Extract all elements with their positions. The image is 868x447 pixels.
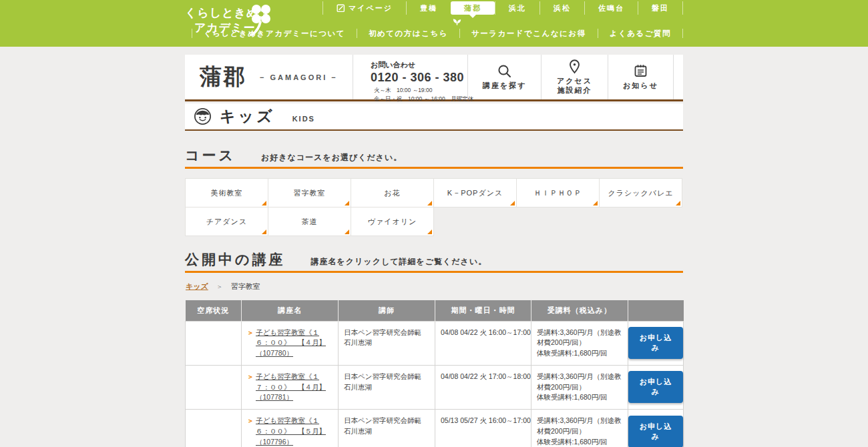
nav-tab-gamagori[interactable]: 蒲郡	[451, 1, 495, 15]
fee-cell: 受講料:3,360円/月（別途教材費200円/回）体験受講料:1,680円/回	[531, 321, 628, 365]
location-header-band: 蒲郡 − GAMAGORI − お問い合わせ 0120 - 306 - 380 …	[185, 55, 683, 101]
contact-block: お問い合わせ 0120 - 306 - 380 火～木 10:00 ～19:00…	[353, 55, 467, 99]
vacancy-cell	[186, 321, 242, 365]
search-icon	[497, 63, 512, 79]
breadcrumb-link-kids[interactable]: キッズ	[186, 282, 208, 292]
nav-link-faq[interactable]: よくあるご質問	[598, 29, 683, 38]
schedule-cell: 04/08 04/22 火 17:00～18:00	[435, 365, 531, 409]
course-button-classic-ballet[interactable]: クラシックバレエ	[599, 178, 682, 207]
course-button-hiphop[interactable]: ＨＩＰＨＯＰ	[516, 178, 600, 207]
access-button[interactable]: アクセス 施設紹介	[541, 55, 608, 99]
nav-link-sala-card[interactable]: サーラカードでこんなにお得	[459, 29, 598, 38]
hours-line2: 金～日・祝 10:00 ～ 16:00 月曜定休	[374, 95, 467, 103]
sub-nav: くらしときめきアカデミーについて 初めての方はこちら サーラカードでこんなにお得…	[192, 26, 683, 41]
access-label: アクセス 施設紹介	[557, 77, 592, 95]
course-button-sado[interactable]: 茶道	[268, 207, 351, 236]
course-button-violin[interactable]: ヴァイオリン	[351, 207, 434, 236]
chevron-right-icon: ＞	[247, 416, 254, 426]
nav-tab-hamamatsu[interactable]: 浜松	[539, 1, 584, 15]
table-row: ＞子ども習字教室《１７：００》 【４月】（107781） 日本ペン習字研究会師範…	[186, 365, 684, 409]
news-icon	[633, 63, 648, 79]
location-romaji: − GAMAGORI −	[260, 73, 338, 81]
course-button-art[interactable]: 美術教室	[185, 178, 268, 207]
nav-link-about[interactable]: くらしときめきアカデミーについて	[192, 29, 357, 38]
fee-cell: 受講料:3,360円/月（別途教材費200円/回）体験受講料:1,680円/回	[531, 365, 628, 409]
course-table: 空席状況 講座名 講師 期間・曜日・時間 受講料（税込み） ＞子ども習字教室《１…	[185, 300, 684, 447]
teacher-cell: 日本ペン習字研究会師範 石川恵湖	[339, 365, 435, 409]
nav-tab-label: マイページ	[349, 1, 393, 15]
course-name-text: 子ども習字教室《１６：００》 【５月】（107796）	[256, 416, 326, 446]
course-section-title: コース	[185, 146, 236, 165]
search-course-button[interactable]: 講座を探す	[467, 55, 541, 99]
breadcrumb: キッズ ＞ 習字教室	[186, 282, 260, 292]
phone-number: 0120 - 306 - 380	[371, 71, 467, 85]
open-courses-title: 公開中の講座	[185, 250, 286, 269]
breadcrumb-current: 習字教室	[231, 282, 260, 292]
location-title-block: 蒲郡 − GAMAGORI −	[185, 55, 353, 99]
fee-cell: 受講料:3,360円/月（別途教材費200円/回）体験受講料:1,680円/回	[531, 410, 628, 447]
nav-tab-sanarudai[interactable]: 佐鳴台	[584, 1, 638, 15]
access-label-line2: 施設紹介	[557, 86, 592, 95]
open-courses-section-header: 公開中の講座 講座名をクリックして詳細をご覧ください。	[185, 245, 683, 273]
news-label: お知らせ	[623, 81, 658, 91]
table-row: ＞子ども習字教室《１６：００》 【５月】（107796） 日本ペン習字研究会師範…	[186, 410, 684, 447]
nav-tab-hamakita[interactable]: 浜北	[495, 1, 539, 15]
access-label-line1: アクセス	[557, 77, 592, 86]
course-section-header: コース お好きなコースをお選びください。	[185, 141, 683, 169]
header-teacher: 講師	[339, 300, 435, 321]
table-row: ＞子ども習字教室《１６：００》 【４月】（107780） 日本ペン習字研究会師範…	[186, 321, 684, 365]
chevron-right-icon: ＞	[247, 372, 254, 382]
location-name: 蒲郡	[200, 62, 246, 92]
child-face-icon	[194, 107, 212, 125]
edit-page-icon	[337, 4, 345, 13]
category-title: キッズ	[220, 106, 275, 127]
course-button-kpop-dance[interactable]: K－POPダンス	[433, 178, 517, 207]
apply-button[interactable]: お申し込み	[628, 371, 683, 403]
breadcrumb-separator: ＞	[216, 282, 223, 292]
course-name-link[interactable]: ＞子ども習字教室《１７：００》 【４月】（107781）	[247, 372, 333, 403]
header-schedule: 期間・曜日・時間	[435, 300, 531, 321]
hours-line1: 火～木 10:00 ～19:00	[374, 86, 467, 95]
header-spacer	[673, 55, 683, 99]
table-header-row: 空席状況 講座名 講師 期間・曜日・時間 受講料（税込み）	[186, 300, 684, 321]
sprout-icon	[452, 15, 462, 25]
chevron-right-icon: ＞	[247, 328, 254, 338]
header-course-name: 講座名	[242, 300, 339, 321]
vacancy-cell	[186, 365, 242, 409]
course-name-link[interactable]: ＞子ども習字教室《１６：００》 【４月】（107780）	[247, 328, 333, 359]
vacancy-cell	[186, 410, 242, 447]
fee-line1: 受講料:3,360円/月（別途教材費200円/回）	[537, 328, 622, 349]
course-grid: 美術教室 習字教室 お花 K－POPダンス ＨＩＰＨＯＰ クラシックバレエ チア…	[185, 178, 684, 236]
header-vacancy: 空席状況	[186, 300, 242, 321]
search-course-label: 講座を探す	[483, 81, 527, 91]
nav-link-beginners[interactable]: 初めての方はこちら	[357, 29, 459, 38]
apply-button[interactable]: お申し込み	[628, 416, 683, 447]
news-button[interactable]: お知らせ	[608, 55, 673, 99]
header-apply	[628, 300, 684, 321]
header-fee: 受講料（税込み）	[531, 300, 628, 321]
fee-line2: 体験受講料:1,680円/回	[537, 348, 622, 359]
nav-tab-mypage[interactable]: マイページ	[322, 1, 406, 15]
map-pin-icon	[567, 59, 582, 74]
contact-label: お問い合わせ	[371, 60, 467, 70]
site-header: くらしときめき アカデミー マイページ 豊橋 蒲郡 浜北 浜松 佐鳴台 磐田 く…	[0, 0, 868, 47]
course-button-ohana[interactable]: お花	[351, 178, 434, 207]
category-subtitle: KIDS	[292, 115, 315, 123]
schedule-cell: 04/08 04/22 火 16:00～17:00	[435, 321, 531, 365]
teacher-cell: 日本ペン習字研究会師範 石川恵湖	[339, 321, 435, 365]
schedule-cell: 05/13 05/27 火 16:00～17:00	[435, 410, 531, 447]
course-name-link[interactable]: ＞子ども習字教室《１６：００》 【５月】（107796）	[247, 416, 333, 447]
fee-line1: 受講料:3,360円/月（別途教材費200円/回）	[537, 416, 622, 437]
course-button-shuji[interactable]: 習字教室	[268, 178, 351, 207]
category-band: キッズ KIDS	[185, 103, 683, 131]
course-button-cheer-dance[interactable]: チアダンス	[185, 207, 268, 236]
nav-tab-iwata[interactable]: 磐田	[638, 1, 683, 15]
nav-tab-toyohashi[interactable]: 豊橋	[406, 1, 451, 15]
teacher-cell: 日本ペン習字研究会師範 石川恵湖	[339, 410, 435, 447]
course-section-subtitle: お好きなコースをお選びください。	[261, 152, 402, 163]
fee-line1: 受講料:3,360円/月（別途教材費200円/回）	[537, 372, 622, 393]
top-nav: マイページ 豊橋 蒲郡 浜北 浜松 佐鳴台 磐田	[322, 1, 683, 15]
apply-button[interactable]: お申し込み	[628, 327, 683, 359]
course-name-text: 子ども習字教室《１６：００》 【４月】（107780）	[256, 328, 326, 358]
open-courses-subtitle: 講座名をクリックして詳細をご覧ください。	[311, 256, 487, 268]
